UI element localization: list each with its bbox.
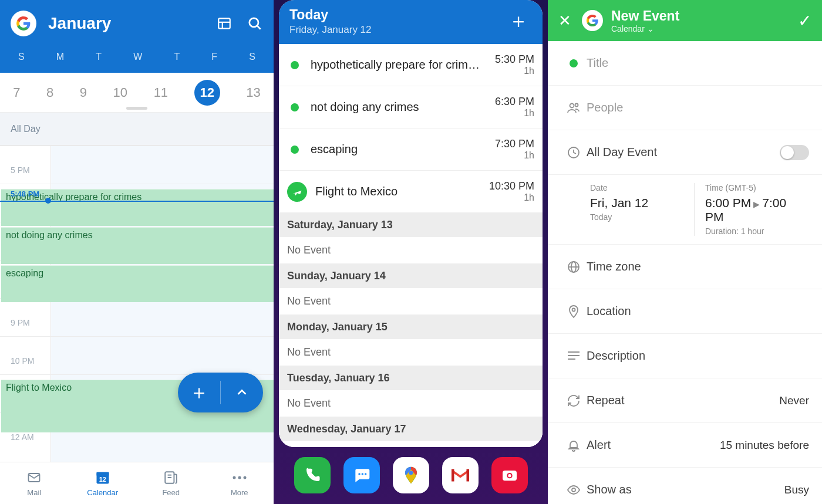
time-picker[interactable]: Time (GMT-5) 6:00 PM▶7:00 PM Duration: 1… <box>694 183 809 236</box>
tab-more[interactable]: More <box>206 462 274 504</box>
calendar-color-dot <box>570 59 578 67</box>
agenda-header: Today Friday, January 12 ＋ <box>279 0 543 44</box>
alert-field[interactable]: Alert 15 minutes before <box>548 423 822 468</box>
agenda-event-row[interactable]: escaping 7:30 PM1h <box>279 128 543 171</box>
repeat-field[interactable]: Repeat Never <box>548 378 822 423</box>
messages-app-icon[interactable] <box>343 457 380 493</box>
account-avatar[interactable] <box>11 11 36 36</box>
new-event-button[interactable]: ＋ <box>178 373 220 412</box>
all-day-toggle-row[interactable]: All Day Event <box>548 130 822 175</box>
hour-label: 12 AM <box>11 432 34 442</box>
day-of-week-row: S M T W T F S <box>0 47 274 73</box>
form-header: ✕ New Event Calendar ⌄ ✓ <box>548 0 822 41</box>
svg-line-4 <box>257 26 261 29</box>
date-cell[interactable]: 8 <box>46 85 53 100</box>
date-cell[interactable]: 7 <box>13 85 20 100</box>
svg-point-3 <box>250 18 258 27</box>
no-event-label: No Event <box>279 339 543 366</box>
add-event-button[interactable]: ＋ <box>505 7 532 34</box>
maps-app-icon[interactable] <box>393 457 429 493</box>
svg-point-32 <box>572 488 575 492</box>
no-event-label: No Event <box>279 390 543 417</box>
svg-point-12 <box>238 476 241 479</box>
agenda-title: Today <box>289 7 505 23</box>
date-picker[interactable]: Date Fri, Jan 12 Today <box>587 183 694 236</box>
show-as-field[interactable]: Show as Busy <box>548 468 822 504</box>
flight-icon <box>287 182 307 202</box>
location-icon <box>561 305 587 319</box>
drag-handle[interactable] <box>126 107 147 110</box>
hour-label: 10 PM <box>11 356 34 366</box>
repeat-icon <box>561 394 587 408</box>
date-cell[interactable]: 10 <box>113 85 127 100</box>
timezone-field[interactable]: Time zone <box>548 245 822 289</box>
eye-icon <box>561 483 587 497</box>
description-icon <box>561 351 587 361</box>
svg-point-13 <box>243 476 246 479</box>
all-day-row[interactable]: All Day <box>0 113 274 146</box>
month-title[interactable]: January <box>48 14 216 33</box>
calendar-color-dot <box>291 103 299 111</box>
title-field[interactable]: Title <box>548 41 822 86</box>
now-indicator <box>0 201 274 202</box>
svg-point-16 <box>364 473 366 475</box>
save-button[interactable]: ✓ <box>798 11 811 31</box>
agenda-event-row[interactable]: Flight to Mexico 10:30 PM1h <box>279 171 543 213</box>
close-icon[interactable]: ✕ <box>558 12 571 30</box>
hour-grid[interactable]: 5 PM 6 PM 7 PM 8 PM 9 PM 10 PM 11 PM 12 … <box>0 146 274 462</box>
calendar-color-dot <box>291 146 299 154</box>
description-field[interactable]: Description <box>548 334 822 378</box>
agenda-day-header: Tuesday, January 16 <box>279 366 543 390</box>
camera-app-icon[interactable] <box>491 457 528 493</box>
phone-app-icon[interactable] <box>294 457 331 493</box>
calendar-selector[interactable]: Calendar ⌄ <box>611 24 798 33</box>
date-cell-selected[interactable]: 12 <box>194 80 220 106</box>
calendar-event[interactable]: escaping <box>1 265 274 302</box>
date-strip[interactable]: 7 8 9 10 11 12 13 <box>0 73 274 113</box>
calendar-event[interactable]: hypothetically prepare for crimes <box>1 189 274 226</box>
svg-rect-0 <box>218 18 230 28</box>
all-day-toggle[interactable] <box>780 145 809 160</box>
agenda-widget[interactable]: Today Friday, January 12 ＋ hypotheticall… <box>279 0 543 447</box>
people-icon <box>561 101 587 115</box>
agenda-day-header: Wednesday, January 17 <box>279 417 543 441</box>
agenda-event-row[interactable]: hypothetically prepare for crim… 5:30 PM… <box>279 44 543 86</box>
tab-feed[interactable]: Feed <box>137 462 206 504</box>
expand-fab-button[interactable] <box>221 373 263 412</box>
agenda-day-header: Sunday, January 14 <box>279 264 543 288</box>
agenda-list[interactable]: hypothetically prepare for crim… 5:30 PM… <box>279 44 543 447</box>
svg-point-18 <box>409 471 413 475</box>
no-event-label: No Event <box>279 441 543 447</box>
no-event-label: No Event <box>279 288 543 315</box>
location-field[interactable]: Location <box>548 289 822 334</box>
agenda-day-header: Monday, January 15 <box>279 315 543 339</box>
hour-label: 5 PM <box>11 165 30 175</box>
calendar-color-dot <box>291 61 299 69</box>
calendar-day-view: January S M T W T F S 7 8 9 10 11 12 <box>0 0 274 504</box>
calendar-header: January S M T W T F S <box>0 0 274 73</box>
agenda-view-icon[interactable] <box>216 15 233 32</box>
date-time-row: Date Fri, Jan 12 Today Time (GMT-5) 6:00… <box>548 175 822 245</box>
bell-icon <box>561 438 587 452</box>
agenda-event-row[interactable]: not doing any crimes 6:30 PM1h <box>279 86 543 128</box>
account-avatar[interactable] <box>582 10 603 31</box>
agenda-subtitle: Friday, January 12 <box>289 24 505 36</box>
search-icon[interactable] <box>247 15 263 32</box>
now-indicator-dot <box>45 198 51 204</box>
date-cell[interactable]: 11 <box>154 85 168 100</box>
people-field[interactable]: People <box>548 86 822 130</box>
date-cell[interactable]: 13 <box>246 85 260 100</box>
svg-point-15 <box>361 473 363 475</box>
no-event-label: No Event <box>279 237 543 264</box>
tab-mail[interactable]: Mail <box>0 462 69 504</box>
svg-point-28 <box>572 308 575 311</box>
tab-calendar[interactable]: 12 Calendar <box>69 462 137 504</box>
fab-container: ＋ <box>178 373 263 412</box>
home-dock <box>274 451 548 499</box>
calendar-event[interactable]: not doing any crimes <box>1 227 274 264</box>
recents-card-wrap: Today Friday, January 12 ＋ hypotheticall… <box>274 0 548 504</box>
date-cell[interactable]: 9 <box>80 85 87 100</box>
svg-point-23 <box>575 103 578 106</box>
gmail-app-icon[interactable] <box>442 457 479 493</box>
svg-point-22 <box>570 103 574 107</box>
